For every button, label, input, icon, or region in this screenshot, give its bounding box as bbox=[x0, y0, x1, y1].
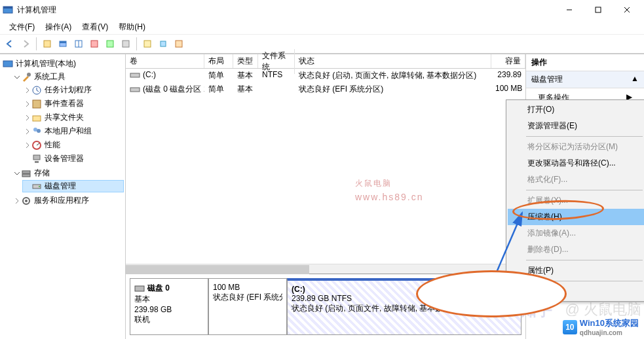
svg-point-18 bbox=[27, 73, 31, 77]
cm-open[interactable]: 打开(O) bbox=[508, 101, 644, 118]
svg-rect-6 bbox=[44, 41, 50, 47]
tree-performance[interactable]: 性能 bbox=[22, 139, 124, 151]
tree-services[interactable]: 服务和应用程序 bbox=[12, 194, 124, 207]
svg-rect-20 bbox=[33, 100, 41, 108]
center-pane: 卷 布局 类型 文件系统 状态 容量 (C:) 简单 基本 NTFS 状态良好 … bbox=[126, 54, 526, 339]
col-capacity[interactable]: 容量 bbox=[491, 54, 525, 68]
tree-storage[interactable]: 存储 bbox=[12, 167, 124, 179]
svg-rect-35 bbox=[135, 286, 144, 291]
tree-task-label: 任务计划程序 bbox=[45, 84, 92, 96]
vol-name: (C:) bbox=[143, 70, 156, 79]
toolbar-btn-9[interactable] bbox=[172, 37, 186, 51]
actions-section[interactable]: 磁盘管理 ▲ bbox=[526, 71, 644, 88]
col-type[interactable]: 类型 bbox=[233, 54, 258, 68]
col-layout[interactable]: 布局 bbox=[204, 54, 233, 68]
svg-point-23 bbox=[37, 129, 41, 133]
cm-properties[interactable]: 属性(P) bbox=[508, 262, 644, 279]
cm-format: 格式化(F)... bbox=[508, 171, 644, 188]
toolbar-btn-4[interactable] bbox=[87, 37, 102, 51]
vol-status: 状态良好 (EFI 系统分区) bbox=[295, 83, 491, 96]
menu-action[interactable]: 操作(A) bbox=[40, 20, 77, 34]
tree-diskmgmt-label: 磁盘管理 bbox=[45, 181, 76, 192]
partition-efi[interactable]: 100 MB 状态良好 (EFI 系统分 bbox=[208, 278, 287, 335]
watermark: 火鼠电脑 www.hs89.cn bbox=[355, 170, 423, 202]
svg-rect-12 bbox=[107, 41, 113, 47]
svg-rect-21 bbox=[33, 116, 41, 121]
tree-root[interactable]: 计算机管理(本地) bbox=[1, 58, 124, 70]
menu-help[interactable]: 帮助(H) bbox=[113, 20, 151, 34]
tree-systools[interactable]: 系统工具 bbox=[12, 71, 124, 83]
cm-change-drive[interactable]: 更改驱动器号和路径(C)... bbox=[508, 155, 644, 171]
caret-icon bbox=[13, 198, 21, 204]
cm-separator bbox=[526, 260, 643, 260]
back-button[interactable] bbox=[3, 37, 17, 51]
vol-name: (磁盘 0 磁盘分区 1) bbox=[143, 84, 204, 94]
tree-local-users[interactable]: 本地用户和组 bbox=[22, 125, 124, 137]
cm-extend: 扩展卷(X)... bbox=[508, 192, 644, 209]
logo-sub: qdhuajin.com bbox=[580, 329, 639, 336]
toolbar-btn-1[interactable] bbox=[40, 37, 54, 51]
toolbar-btn-7[interactable] bbox=[140, 37, 155, 51]
toolbar-btn-6[interactable] bbox=[119, 37, 133, 51]
actions-header: 操作 bbox=[526, 54, 644, 71]
disk-size: 239.98 GB bbox=[134, 305, 204, 314]
svg-rect-16 bbox=[176, 41, 182, 47]
cm-add-mirror: 添加镜像(A)... bbox=[508, 225, 644, 241]
svg-point-30 bbox=[39, 186, 40, 187]
disk-label: 磁盘 0 bbox=[147, 283, 170, 293]
menu-view[interactable]: 查看(V) bbox=[77, 20, 113, 34]
vol-type: 基本 bbox=[233, 83, 258, 96]
users-icon bbox=[31, 126, 42, 137]
svg-rect-1 bbox=[3, 7, 12, 9]
toolbar-btn-2[interactable] bbox=[56, 37, 70, 51]
cm-mark-active: 将分区标记为活动分区(M) bbox=[508, 139, 644, 155]
forward-button[interactable] bbox=[18, 37, 33, 51]
cm-explorer[interactable]: 资源管理器(E) bbox=[508, 118, 644, 134]
menu-file[interactable]: 文件(F) bbox=[4, 20, 40, 34]
volume-row[interactable]: (磁盘 0 磁盘分区 1) 简单 基本 状态良好 (EFI 系统分区) 100 … bbox=[126, 82, 525, 96]
c-status: 状态良好 (启动, 页面文件, 故障转储, 基本数据分区) bbox=[292, 303, 517, 314]
toolbar-btn-5[interactable] bbox=[103, 37, 117, 51]
disk-info[interactable]: 磁盘 0 基本 239.98 GB 联机 bbox=[130, 278, 208, 335]
cm-separator bbox=[526, 136, 643, 137]
disk-map: 磁盘 0 基本 239.98 GB 联机 100 MB 状态良好 (EFI 系统… bbox=[126, 274, 525, 339]
svg-text:?: ? bbox=[514, 287, 519, 296]
disk-icon bbox=[134, 285, 145, 293]
toolbar bbox=[0, 34, 644, 54]
cm-delete: 删除卷(D)... bbox=[508, 241, 644, 258]
partition-c[interactable]: (C:) 239.89 GB NTFS 状态良好 (启动, 页面文件, 故障转储… bbox=[287, 278, 521, 335]
col-volume[interactable]: 卷 bbox=[126, 54, 204, 68]
tree-device-label: 设备管理器 bbox=[45, 153, 84, 164]
computer-icon bbox=[3, 59, 13, 69]
tree-perf-label: 性能 bbox=[45, 139, 60, 151]
device-icon bbox=[31, 154, 42, 164]
cm-shrink[interactable]: 压缩卷(H)... bbox=[508, 209, 644, 225]
tree-device-manager[interactable]: 设备管理器 bbox=[22, 152, 124, 165]
disk-icon bbox=[31, 181, 42, 192]
tree-disk-management[interactable]: 磁盘管理 bbox=[22, 180, 124, 192]
svg-rect-17 bbox=[3, 61, 12, 67]
minimize-button[interactable] bbox=[555, 1, 584, 19]
toolbar-btn-3[interactable] bbox=[71, 37, 86, 51]
svg-rect-8 bbox=[60, 41, 66, 43]
tree-event-viewer[interactable]: 事件查看器 bbox=[22, 98, 124, 110]
drive-icon bbox=[130, 71, 140, 79]
vol-fs bbox=[258, 83, 295, 96]
tree-users-label: 本地用户和组 bbox=[45, 126, 92, 137]
close-button[interactable] bbox=[613, 1, 641, 19]
toolbar-btn-8[interactable] bbox=[156, 37, 170, 51]
col-status[interactable]: 状态 bbox=[295, 54, 491, 68]
tree-task-scheduler[interactable]: 任务计划程序 bbox=[22, 84, 124, 96]
watermark-sub: www.hs89.cn bbox=[355, 192, 423, 202]
cm-help[interactable]: ?帮助(H) bbox=[508, 283, 644, 300]
scrollbar-thumb[interactable] bbox=[126, 265, 309, 274]
svg-rect-26 bbox=[35, 161, 39, 163]
tree-systools-label: 系统工具 bbox=[34, 71, 66, 82]
volume-row[interactable]: (C:) 简单 基本 NTFS 状态良好 (启动, 页面文件, 故障转储, 基本… bbox=[126, 69, 525, 82]
vol-capacity: 239.89 bbox=[491, 69, 525, 82]
maximize-button[interactable] bbox=[584, 1, 613, 19]
c-size: 239.89 GB NTFS bbox=[292, 294, 517, 303]
tree-shared-folders[interactable]: 共享文件夹 bbox=[22, 111, 124, 124]
disk-type: 基本 bbox=[134, 294, 204, 305]
horizontal-scrollbar[interactable] bbox=[126, 264, 525, 274]
